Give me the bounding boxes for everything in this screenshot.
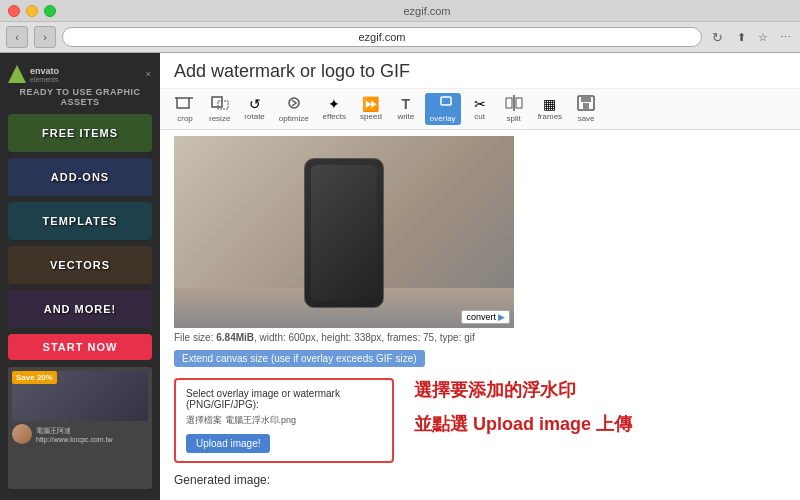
envato-logo: envato elements ✕	[0, 61, 160, 85]
crop-label: crop	[177, 114, 193, 123]
svg-rect-6	[435, 100, 445, 108]
toolbar-right-icons: ⬆ ☆ ⋯	[732, 28, 794, 46]
svg-point-5	[289, 98, 299, 108]
width-value: 600px	[289, 332, 316, 343]
bookmark-icon[interactable]: ☆	[754, 28, 772, 46]
annotation-area: 選擇要添加的浮水印 並點選 Upload image 上傳	[414, 378, 786, 436]
close-button[interactable]	[8, 5, 20, 17]
titlebar: ezgif.com	[0, 0, 800, 22]
main-content: Add watermark or logo to GIF crop resize…	[160, 53, 800, 500]
sidebar-item-addons[interactable]: ADD-ONS	[8, 158, 152, 196]
file-chosen-text: 選擇檔案 電腦王浮水印.png	[186, 414, 382, 427]
sidebar-item-free-items[interactable]: FREE ITEMS	[8, 114, 152, 152]
browser-chrome: ezgif.com ‹ › ezgif.com ↻ ⬆ ☆ ⋯	[0, 0, 800, 53]
minimize-button[interactable]	[26, 5, 38, 17]
page-body: envato elements ✕ READY TO USE GRAPHIC A…	[0, 53, 800, 500]
cut-label: cut	[474, 112, 485, 121]
svg-rect-9	[506, 98, 512, 108]
type-label: type:	[440, 332, 462, 343]
tool-save[interactable]: save	[571, 93, 601, 125]
generated-image-label: Generated image:	[174, 473, 786, 487]
overlay-icon	[433, 95, 453, 113]
crop-icon	[175, 95, 195, 113]
addons-label: ADD-ONS	[51, 171, 109, 183]
upload-image-button[interactable]: Upload image!	[186, 434, 270, 453]
more-icon[interactable]: ⋯	[776, 28, 794, 46]
browser-toolbar: ‹ › ezgif.com ↻ ⬆ ☆ ⋯	[0, 22, 800, 52]
ad-save-badge: Save 20%	[12, 371, 57, 384]
reload-button[interactable]: ↻	[708, 28, 726, 46]
address-bar[interactable]: ezgif.com	[62, 27, 702, 47]
tool-frames[interactable]: ▦ frames	[533, 95, 567, 123]
upload-section: Select overlay image or watermark (PNG/G…	[174, 378, 786, 463]
back-button[interactable]: ‹	[6, 26, 28, 48]
tool-optimize[interactable]: optimize	[274, 93, 314, 125]
svg-rect-0	[177, 98, 189, 108]
speed-label: speed	[360, 112, 382, 121]
window-title: ezgif.com	[62, 5, 792, 17]
andmore-label: AND MORE!	[44, 303, 117, 315]
sidebar-item-vectors[interactable]: VECTORS	[8, 246, 152, 284]
file-size-label: File size:	[174, 332, 213, 343]
svg-rect-12	[581, 96, 591, 102]
resize-icon	[210, 95, 230, 113]
ad-avatar	[12, 424, 32, 444]
share-icon[interactable]: ⬆	[732, 28, 750, 46]
save-label: save	[578, 114, 595, 123]
tool-write[interactable]: T write	[391, 95, 421, 123]
sidebar-ad-box: Save 20% 電腦王阿達 http://www.kocpc.com.tw	[8, 367, 152, 489]
height-label: height:	[321, 332, 351, 343]
gif-phone-screen	[311, 165, 377, 301]
effects-icon: ✦	[328, 97, 340, 111]
type-value: gif	[464, 332, 475, 343]
ad-brand: 電腦王阿達	[36, 426, 113, 436]
tool-crop[interactable]: crop	[170, 93, 200, 125]
sidebar-item-andmore[interactable]: AND MORE!	[8, 290, 152, 328]
effects-label: effects	[323, 112, 346, 121]
cut-icon: ✂	[474, 97, 486, 111]
convert-btn-area: convert ▶	[461, 310, 510, 324]
start-now-button[interactable]: START NOW	[8, 334, 152, 360]
gif-area: convert ▶	[160, 130, 800, 332]
sidebar-tagline: READY TO USE GRAPHIC ASSETS	[0, 85, 160, 111]
maximize-button[interactable]	[44, 5, 56, 17]
tool-effects[interactable]: ✦ effects	[318, 95, 351, 123]
upload-box-label: Select overlay image or watermark (PNG/G…	[186, 388, 382, 410]
ad-url: http://www.kocpc.com.tw	[36, 436, 113, 443]
extend-canvas-area: Extend canvas size (use if overlay excee…	[160, 345, 800, 372]
frames-value: 75	[423, 332, 434, 343]
forward-button[interactable]: ›	[34, 26, 56, 48]
convert-button[interactable]: convert ▶	[461, 310, 510, 324]
save-icon	[576, 95, 596, 113]
overlay-label: overlay	[430, 114, 456, 123]
rotate-label: rotate	[244, 112, 264, 121]
split-icon	[504, 95, 524, 113]
templates-label: TEMPLATES	[43, 215, 118, 227]
convert-arrow-icon: ▶	[498, 312, 505, 322]
tool-split[interactable]: split	[499, 93, 529, 125]
speed-icon: ⏩	[362, 97, 379, 111]
tool-cut[interactable]: ✂ cut	[465, 95, 495, 123]
write-icon: T	[402, 97, 411, 111]
tool-rotate[interactable]: ↺ rotate	[239, 95, 269, 123]
rotate-icon: ↺	[249, 97, 261, 111]
close-ad-button[interactable]: ✕	[145, 70, 152, 79]
svg-rect-13	[583, 103, 589, 110]
frames-icon: ▦	[543, 97, 556, 111]
page-title: Add watermark or logo to GIF	[174, 61, 786, 82]
tool-speed[interactable]: ⏩ speed	[355, 95, 387, 123]
extend-canvas-button[interactable]: Extend canvas size (use if overlay excee…	[174, 350, 425, 367]
annotation-line-2: 並點選 Upload image 上傳	[414, 412, 786, 436]
tool-overlay[interactable]: overlay	[425, 93, 461, 125]
ad-avatar-img	[12, 424, 32, 444]
frames-label: frames	[538, 112, 562, 121]
split-label: split	[507, 114, 521, 123]
sidebar-item-templates[interactable]: TEMPLATES	[8, 202, 152, 240]
ad-footer: 電腦王阿達 http://www.kocpc.com.tw	[12, 424, 148, 444]
gif-toolbar: crop resize ↺ rotate optimize	[160, 89, 800, 130]
svg-rect-10	[516, 98, 522, 108]
tool-resize[interactable]: resize	[204, 93, 235, 125]
width-label: width:	[260, 332, 286, 343]
gif-phone	[304, 158, 384, 308]
svg-rect-4	[218, 101, 228, 109]
